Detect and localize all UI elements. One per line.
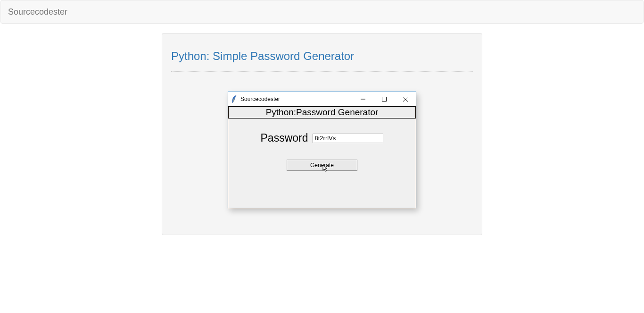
close-button[interactable] bbox=[395, 92, 416, 106]
navbar: Sourcecodester bbox=[0, 0, 644, 24]
app-footer-space bbox=[228, 180, 416, 208]
content-well: Python: Simple Password Generator Source… bbox=[162, 33, 482, 235]
password-label: Password bbox=[261, 132, 308, 144]
page-title: Python: Simple Password Generator bbox=[171, 50, 473, 63]
maximize-button[interactable] bbox=[373, 92, 395, 106]
content-container: Python: Simple Password Generator Source… bbox=[162, 33, 482, 235]
window-title: Sourcecodester bbox=[240, 96, 352, 102]
navbar-brand[interactable]: Sourcecodester bbox=[8, 7, 67, 17]
app-header: Python:Password Generator bbox=[228, 106, 416, 118]
app-window: Sourcecodester Python:Password Generator… bbox=[228, 92, 416, 208]
app-icon bbox=[231, 95, 238, 103]
generate-wrap: Generate bbox=[287, 160, 357, 171]
app-body: Password Generate bbox=[228, 118, 416, 180]
minimize-button[interactable] bbox=[352, 92, 373, 106]
app-header-text: Python:Password Generator bbox=[266, 107, 379, 118]
window-titlebar: Sourcecodester bbox=[228, 92, 416, 106]
svg-rect-1 bbox=[382, 97, 386, 102]
generate-button[interactable]: Generate bbox=[287, 160, 357, 171]
divider bbox=[171, 71, 473, 72]
password-row: Password bbox=[228, 132, 416, 144]
password-input[interactable] bbox=[313, 134, 383, 143]
